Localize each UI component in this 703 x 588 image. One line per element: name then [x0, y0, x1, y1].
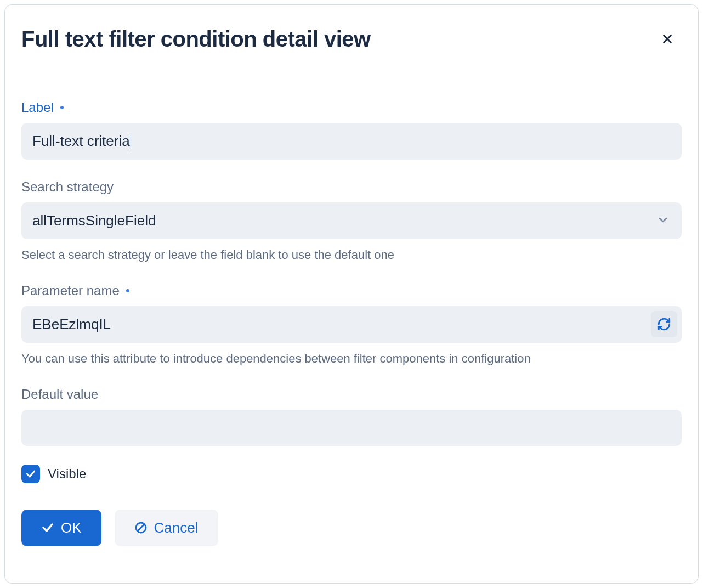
- ok-button[interactable]: OK: [21, 510, 101, 546]
- cancel-button-label: Cancel: [154, 519, 199, 536]
- strategy-field-label: Search strategy: [21, 179, 682, 195]
- form: Label Full-text criteria Search strategy…: [21, 100, 682, 546]
- required-indicator-icon: [60, 106, 64, 109]
- label-input[interactable]: Full-text criteria: [21, 123, 682, 160]
- field-label: Label Full-text criteria: [21, 100, 682, 160]
- strategy-select[interactable]: allTermsSingleField: [21, 202, 682, 239]
- label-field-label: Label: [21, 100, 682, 115]
- default-input[interactable]: [21, 409, 682, 446]
- cancel-button[interactable]: Cancel: [115, 510, 218, 546]
- check-icon: [41, 521, 54, 534]
- dialog-actions: OK Cancel: [21, 510, 682, 546]
- check-icon: [25, 468, 36, 479]
- cancel-icon: [134, 521, 148, 534]
- param-field-label: Parameter name: [21, 283, 682, 298]
- refresh-icon: [657, 317, 671, 331]
- param-helper-text: You can use this attribute to introduce …: [21, 350, 682, 367]
- param-field-label-text: Parameter name: [21, 283, 120, 298]
- text-cursor-icon: [131, 134, 132, 150]
- strategy-select-value: allTermsSingleField: [21, 202, 682, 239]
- param-input[interactable]: [21, 306, 682, 343]
- default-input-wrap[interactable]: [21, 410, 682, 446]
- ok-button-label: OK: [61, 519, 82, 536]
- label-input-value: Full-text criteria: [32, 133, 130, 149]
- field-default-value: Default value: [21, 387, 682, 446]
- default-field-label: Default value: [21, 387, 682, 402]
- field-strategy: Search strategy allTermsSingleField Sele…: [21, 179, 682, 263]
- label-field-label-text: Label: [21, 100, 54, 115]
- close-icon: [661, 33, 673, 45]
- required-indicator-icon: [126, 289, 129, 292]
- label-input-wrap[interactable]: Full-text criteria: [21, 123, 682, 160]
- visible-checkbox[interactable]: [21, 465, 40, 483]
- dialog: Full text filter condition detail view L…: [4, 4, 699, 584]
- field-visible: Visible: [21, 465, 682, 483]
- dialog-title: Full text filter condition detail view: [21, 27, 682, 52]
- close-button[interactable]: [656, 28, 678, 50]
- field-parameter-name: Parameter name You can use this attribut…: [21, 283, 682, 367]
- param-input-wrap[interactable]: [21, 306, 682, 343]
- visible-checkbox-label: Visible: [48, 466, 86, 482]
- svg-line-3: [138, 524, 144, 531]
- strategy-helper-text: Select a search strategy or leave the fi…: [21, 247, 682, 263]
- regenerate-button[interactable]: [651, 311, 677, 337]
